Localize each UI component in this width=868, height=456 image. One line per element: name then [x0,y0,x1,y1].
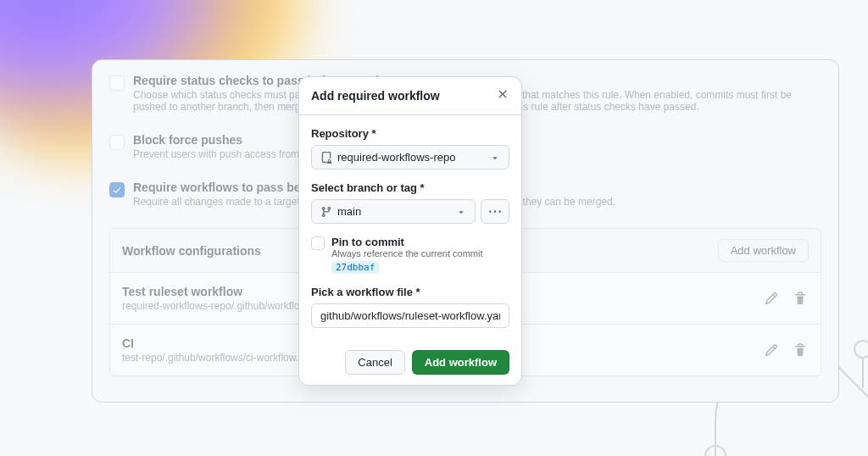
caret-down-icon [456,207,466,217]
repo-lock-icon [320,152,332,164]
checkmark-icon [112,185,122,195]
repository-select[interactable]: required-workflows-repo [311,145,509,170]
pin-desc: Always reference the current commit [331,248,509,259]
add-required-workflow-modal: Add required workflow Repository * requi… [298,76,522,386]
caret-down-icon [490,153,500,163]
delete-workflow-button[interactable] [792,342,809,359]
trash-icon [793,343,807,357]
repository-label: Repository * [311,127,509,140]
branch-label: Select branch or tag * [311,181,509,194]
workflow-file-label: Pick a workflow file * [311,286,509,298]
git-branch-icon [320,206,332,218]
close-icon [496,87,509,101]
svg-point-1 [705,446,726,456]
branch-value: main [337,205,361,218]
add-workflow-submit-button[interactable]: Add workflow [412,350,509,375]
pin-to-commit-checkbox[interactable] [311,236,325,250]
workflow-table-header: Workflow configurations [122,244,261,258]
commit-sha-badge: 27dbbaf [331,261,379,274]
workflow-file-input[interactable] [311,303,509,328]
checkbox-force-pushes[interactable] [109,135,125,150]
svg-point-2 [854,341,868,358]
add-workflow-button[interactable]: Add workflow [718,239,809,262]
pencil-icon [765,292,778,305]
cancel-button[interactable]: Cancel [345,350,404,375]
edit-workflow-button[interactable] [763,290,780,307]
pin-title: Pin to commit [331,236,509,248]
edit-workflow-button[interactable] [763,342,780,359]
delete-workflow-button[interactable] [792,290,809,307]
kebab-icon [489,206,501,218]
close-modal-button[interactable] [496,87,509,104]
branch-more-button[interactable] [481,199,509,224]
trash-icon [793,292,807,305]
repository-value: required-workflows-repo [337,151,455,164]
pencil-icon [765,343,778,357]
checkbox-status-checks[interactable] [109,75,125,91]
branch-select[interactable]: main [311,199,476,224]
checkbox-require-workflows[interactable] [109,182,125,197]
modal-title: Add required workflow [311,89,440,103]
